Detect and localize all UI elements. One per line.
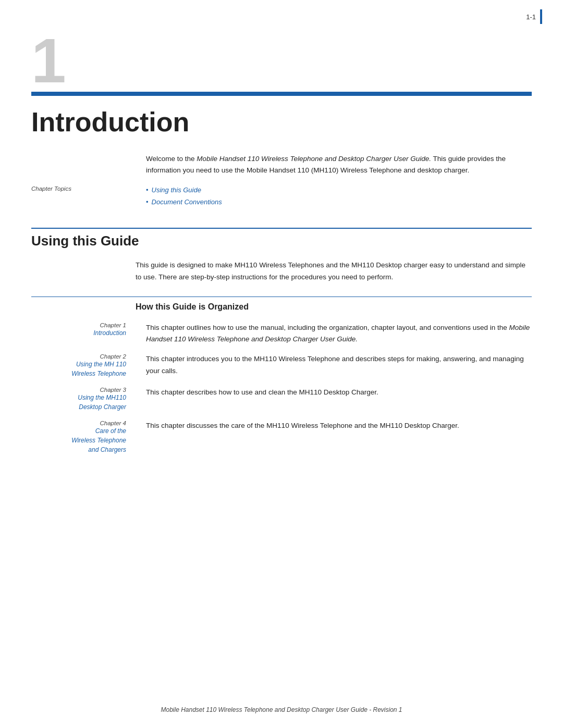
chapter2-link-line1: Using the MH 110 [76,361,126,368]
topics-list: Using this Guide Document Conventions [146,184,532,208]
intro-section: Welcome to the Mobile Handset 110 Wirele… [0,148,563,182]
intro-paragraph: Welcome to the Mobile Handset 110 Wirele… [146,153,532,177]
chapter-topics-left: Chapter Topics [31,184,136,208]
topic-item-2: Document Conventions [146,196,532,208]
topic-link-1[interactable]: Using this Guide [152,184,201,196]
chapter-title: Introduction [0,96,563,148]
chapter2-link-line2: Wireless Telephone [71,370,126,377]
page-number-area: 1-1 [526,9,542,24]
chapter-topics-label: Chapter Topics [31,186,81,192]
chapter2-link[interactable]: Using the MH 110 Wireless Telephone [31,360,126,378]
chapter4-link-line1: Care of the [95,427,126,435]
chapter1-left: Chapter 1 Introduction [31,322,136,346]
chapter1-link[interactable]: Introduction [31,328,126,338]
intro-left-col [31,153,136,177]
using-guide-section-header: Using this Guide [0,216,563,255]
chapter3-text: This chapter describes how to use and cl… [136,387,532,412]
using-guide-paragraph: This guide is designed to make MH110 Wir… [136,260,532,283]
chapter-topics-right: Using this Guide Document Conventions [136,184,532,208]
chapter3-link[interactable]: Using the MH110 Desktop Charger [31,393,126,412]
subsection-rule [31,297,532,297]
how-organized-area: How this Guide is Organized [0,291,563,318]
using-guide-title: Using this Guide [31,233,532,255]
chapter1-row: Chapter 1 Introduction This chapter outl… [0,318,563,350]
chapter2-text: This chapter introduces you to the MH110… [136,353,532,378]
chapter4-row: Chapter 4 Care of the Wireless Telephone… [0,416,563,459]
chapter4-link-line2: Wireless Telephone [71,437,126,444]
chapter4-link[interactable]: Care of the Wireless Telephone and Charg… [31,426,126,454]
topic-item-1: Using this Guide [146,184,532,196]
chapter-number: 1 [0,24,563,92]
chapter3-row: Chapter 3 Using the MH110 Desktop Charge… [0,382,563,416]
chapter1-label: Chapter 1 [31,322,126,328]
chapter2-label: Chapter 2 [31,353,126,360]
page-number-bar [540,9,542,24]
chapter4-text: This chapter discusses the care of the M… [136,420,532,454]
topic-link-2[interactable]: Document Conventions [152,196,222,208]
page-header: 1-1 [0,0,563,24]
page-number: 1-1 [526,13,540,21]
chapter3-link-line2: Desktop Charger [79,403,126,411]
chapter-topics-section: Chapter Topics Using this Guide Document… [0,182,563,217]
chapter3-left: Chapter 3 Using the MH110 Desktop Charge… [31,387,136,412]
chapter4-left: Chapter 4 Care of the Wireless Telephone… [31,420,136,454]
chapter-rule [31,92,532,96]
using-guide-body: This guide is designed to make MH110 Wir… [0,255,563,291]
chapter2-left: Chapter 2 Using the MH 110 Wireless Tele… [31,353,136,378]
intro-right-col: Welcome to the Mobile Handset 110 Wirele… [136,153,532,177]
section-rule-using-guide [31,228,532,229]
footer-text: Mobile Handset 110 Wireless Telephone an… [161,706,402,713]
chapter4-label: Chapter 4 [31,420,126,426]
page-container: 1-1 1 Introduction Welcome to the Mobile… [0,0,563,728]
chapter1-text: This chapter outlines how to use the man… [136,322,532,346]
how-organized-title: How this Guide is Organized [31,302,532,318]
chapter3-label: Chapter 3 [31,387,126,393]
chapter3-link-line1: Using the MH110 [78,394,126,401]
chapter4-link-line3: and Chargers [88,446,126,453]
chapter2-row: Chapter 2 Using the MH 110 Wireless Tele… [0,349,563,382]
page-footer: Mobile Handset 110 Wireless Telephone an… [0,706,563,713]
